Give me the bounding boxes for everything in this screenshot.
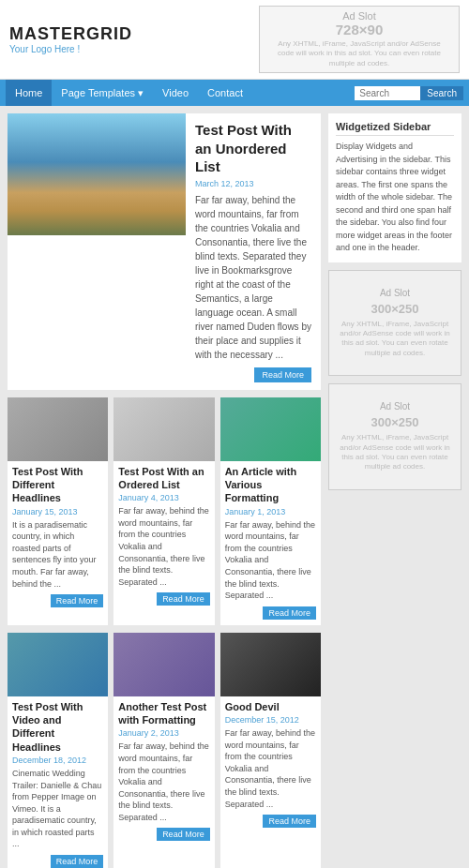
post-thumb-2 (220, 397, 321, 461)
nav-item-video[interactable]: Video (153, 80, 198, 106)
sidebar: Widgetized Sidebar Display Widgets and A… (328, 113, 461, 868)
post-card-2-content: An Article with Various Formatting Janua… (220, 461, 321, 625)
header-ad-label: Ad Slot (275, 10, 444, 22)
post-card-2: An Article with Various Formatting Janua… (220, 397, 321, 625)
nav-item-contact[interactable]: Contact (198, 80, 252, 106)
nav-item-home[interactable]: Home (6, 80, 52, 106)
post-card-5-date: December 15, 2012 (225, 715, 316, 725)
sidebar-ad2-note: Any XHTML, iFrame, JavaScript and/or AdS… (337, 433, 453, 472)
post-card-4-content: Another Test Post with Formatting Januar… (113, 696, 214, 847)
post-card-5-read-more[interactable]: Read More (263, 815, 316, 828)
site-title: MASTERGRID (9, 24, 132, 44)
post-card-3-excerpt: Cinematic Wedding Trailer: Danielle & Ch… (12, 768, 103, 850)
featured-post-title: Test Post With an Unordered List (195, 121, 311, 176)
site-tagline: Your Logo Here ! (9, 44, 132, 54)
featured-post-date: March 12, 2013 (195, 179, 311, 188)
post-card-3-date: December 18, 2012 (12, 756, 103, 765)
featured-post: Test Post With an Unordered List March 1… (8, 113, 321, 390)
post-card-3-title: Test Post With Video and Different Headl… (12, 700, 103, 754)
site-header: MASTERGRID Your Logo Here ! Ad Slot 728×… (0, 0, 469, 80)
sidebar-ad1-label: Ad Slot (337, 288, 453, 298)
post-card-1-content: Test Post With an Ordered List January 4… (113, 461, 214, 612)
post-card-5-content: Good Devil December 15, 2012 Far far awa… (220, 696, 321, 833)
post-card-3-read-more[interactable]: Read More (51, 855, 104, 868)
featured-post-image (8, 113, 186, 235)
post-card-2-read-more[interactable]: Read More (263, 606, 316, 620)
featured-post-content: Test Post With an Unordered List March 1… (186, 113, 321, 390)
sidebar-ad2-size: 300×250 (337, 415, 453, 429)
post-card-0-read-more[interactable]: Read More (51, 594, 104, 607)
sidebar-ad1-note: Any XHTML, iFrame, JavaScript and/or AdS… (337, 320, 453, 359)
sidebar-ad2-label: Ad Slot (337, 401, 453, 412)
header-ad-slot: Ad Slot 728×90 Any XHTML, iFrame, JavaSc… (259, 6, 460, 73)
post-card-5-title: Good Devil (225, 700, 316, 713)
header-ad-size: 728×90 (275, 22, 444, 37)
post-thumb-1 (113, 397, 214, 461)
post-card-1: Test Post With an Ordered List January 4… (113, 397, 214, 625)
post-card-1-read-more[interactable]: Read More (157, 592, 210, 606)
main-nav: Home Page Templates ▾ Video Contact Sear… (0, 80, 469, 106)
post-card-5-excerpt: Far far away, behind the word mountains,… (225, 727, 316, 810)
content-area: Test Post With an Unordered List March 1… (8, 113, 321, 868)
nav-item-page-templates[interactable]: Page Templates ▾ (52, 80, 153, 106)
main-container: Test Post With an Unordered List March 1… (0, 106, 469, 868)
post-card-0-title: Test Post With Different Headlines (12, 465, 103, 505)
post-card-1-date: January 4, 2013 (118, 493, 209, 502)
search-input[interactable] (355, 86, 420, 100)
sidebar-ad1-size: 300×250 (337, 302, 453, 316)
post-card-2-date: January 1, 2013 (225, 507, 316, 516)
nav-search-form: Search (355, 86, 463, 100)
post-card-2-title: An Article with Various Formatting (225, 465, 316, 505)
site-branding: MASTERGRID Your Logo Here ! (9, 24, 132, 54)
posts-grid-row2: Test Post With Video and Different Headl… (8, 633, 321, 868)
post-card-3: Test Post With Video and Different Headl… (8, 633, 108, 868)
featured-post-excerpt: Far far away, behind the word mountains,… (195, 193, 311, 362)
post-thumb-5 (220, 633, 321, 696)
post-card-0-content: Test Post With Different Headlines Janua… (8, 461, 108, 613)
post-card-1-excerpt: Far far away, behind the word mountains,… (118, 505, 209, 588)
search-button[interactable]: Search (420, 86, 463, 100)
post-card-0: Test Post With Different Headlines Janua… (8, 397, 108, 625)
post-card-4-title: Another Test Post with Formatting (118, 700, 209, 727)
post-card-4-date: January 2, 2013 (118, 728, 209, 738)
post-card-3-content: Test Post With Video and Different Headl… (8, 696, 108, 868)
sidebar-ad2: Ad Slot 300×250 Any XHTML, iFrame, JavaS… (328, 383, 461, 490)
post-card-4: Another Test Post with Formatting Januar… (113, 633, 214, 868)
post-card-0-date: January 15, 2013 (12, 507, 103, 516)
header-ad-note: Any XHTML, iFrame, JavaScript and/or AdS… (275, 39, 444, 68)
post-thumb-4 (113, 633, 214, 696)
posts-grid-row1: Test Post With Different Headlines Janua… (8, 397, 321, 625)
post-card-5: Good Devil December 15, 2012 Far far awa… (220, 633, 321, 868)
widget-text: Display Widgets and Advertising in the s… (336, 141, 454, 255)
post-thumb-0 (8, 397, 108, 461)
post-thumb-3 (8, 633, 108, 696)
post-card-0-excerpt: It is a paradisematic country, in which … (12, 519, 103, 591)
post-card-4-read-more[interactable]: Read More (157, 828, 210, 841)
post-card-4-excerpt: Far far away, behind the word mountains,… (118, 741, 209, 823)
sidebar-ad1: Ad Slot 300×250 Any XHTML, iFrame, JavaS… (328, 270, 461, 377)
post-card-1-title: Test Post With an Ordered List (118, 465, 209, 492)
featured-read-more[interactable]: Read More (254, 367, 311, 382)
post-card-2-excerpt: Far far away, behind the word mountains,… (225, 519, 316, 602)
sidebar-widget: Widgetized Sidebar Display Widgets and A… (328, 113, 461, 262)
widget-title: Widgetized Sidebar (336, 121, 454, 136)
